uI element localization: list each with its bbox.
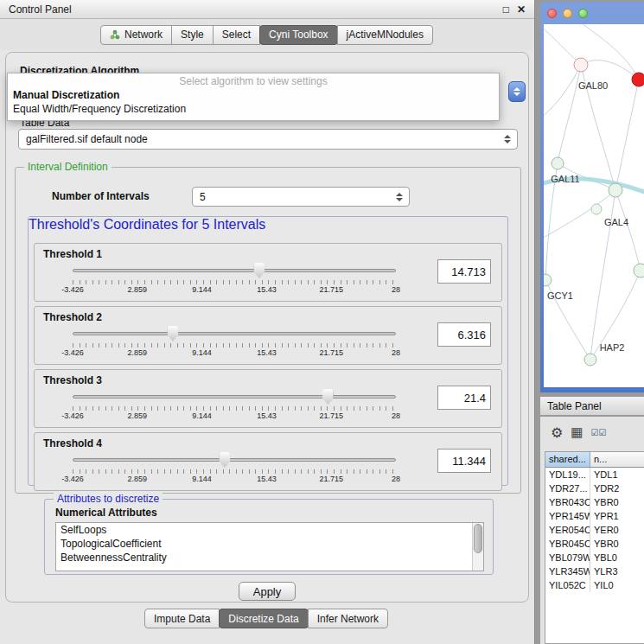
cell-shared-name[interactable]: YPR145W — [545, 509, 590, 523]
list-item[interactable]: SelfLoops — [56, 523, 483, 537]
slider-track[interactable] — [73, 332, 396, 335]
slider-thumb[interactable] — [322, 389, 334, 405]
cell-shared-name[interactable]: YLR345W — [545, 564, 590, 578]
cell-shared-name[interactable]: YDL19... — [545, 468, 590, 481]
zoom-traffic-icon[interactable] — [578, 9, 588, 18]
cell-name[interactable]: YIL0 — [590, 578, 644, 592]
attributes-group-title: Attributes to discretize — [54, 493, 163, 505]
slider-thumb[interactable] — [167, 326, 178, 341]
threshold-slider[interactable]: -3.426 2.859 9.144 15.43 21.715 28 — [73, 263, 396, 294]
window-traffic-lights — [547, 9, 588, 18]
tick-label: -3.426 — [61, 285, 84, 294]
slider-track[interactable] — [73, 269, 396, 272]
algorithm-combo-arrows-icon[interactable] — [508, 81, 526, 102]
select-all-checkbox-icon[interactable]: ☑ — [591, 428, 599, 437]
table-row[interactable]: YBR043CYBR0 — [545, 495, 644, 509]
table-row[interactable]: YLR345WYLR3 — [545, 564, 644, 578]
threshold-slider[interactable]: -3.426 2.859 9.144 15.43 21.715 28 — [73, 326, 396, 357]
dropdown-option-manual-discretization[interactable]: Manual Discretization — [8, 88, 499, 102]
network-node-hap2[interactable] — [584, 354, 596, 366]
network-node-red[interactable] — [632, 73, 644, 86]
float-window-icon[interactable]: □ — [503, 3, 509, 16]
threshold-value-field[interactable]: 14.713 — [437, 259, 491, 284]
table-row[interactable]: YPR145WYPR1 — [545, 509, 644, 523]
network-node[interactable] — [634, 264, 644, 277]
list-item[interactable]: BetweennessCentrality — [56, 551, 483, 564]
network-view-window[interactable]: GAL80 GAL11 GAL4 GCY1 HAP2 — [540, 2, 644, 392]
close-traffic-icon[interactable] — [547, 9, 557, 18]
table-row[interactable]: YBL079WYBL0 — [545, 551, 644, 564]
columns-icon[interactable]: ▦ — [571, 424, 583, 440]
select-none-checkbox-icon[interactable]: ☑ — [599, 428, 607, 437]
network-node-gcy1[interactable] — [544, 274, 552, 286]
cell-name[interactable]: YBL0 — [590, 551, 644, 564]
cell-name[interactable]: YPR1 — [590, 509, 644, 523]
table-data-combobox[interactable]: galFiltered.sif default node — [18, 129, 518, 150]
threshold-label: Threshold 4 — [43, 437, 102, 450]
slider-track[interactable] — [73, 395, 396, 399]
table-row[interactable]: YDR27...YDR2 — [545, 481, 644, 495]
threshold-value-field[interactable]: 21.4 — [437, 386, 491, 410]
threshold-value-field[interactable]: 11.344 — [437, 449, 491, 473]
cell-name[interactable]: YBR0 — [590, 537, 644, 551]
tick-label: 21.715 — [319, 475, 343, 483]
close-icon[interactable]: ✕ — [517, 3, 526, 16]
thresholds-group-title: Threshold's Coordinates for 5 Intervals — [29, 217, 265, 232]
list-item[interactable]: TopologicalCoefficient — [56, 537, 483, 551]
table-row[interactable]: YER054CYER0 — [545, 523, 644, 537]
cell-name[interactable]: YDR2 — [590, 481, 644, 495]
tab-select[interactable]: Select — [213, 25, 260, 45]
dropdown-option-equal-width[interactable]: Equal Width/Frequency Discretization — [8, 102, 499, 116]
tab-jactivemnodules[interactable]: jActiveMNodules — [337, 25, 433, 45]
tab-cyni-toolbox[interactable]: Cyni Toolbox — [259, 25, 337, 45]
network-node-gal11[interactable] — [552, 157, 564, 169]
tab-impute-data[interactable]: Impute Data — [144, 609, 220, 628]
network-canvas[interactable]: GAL80 GAL11 GAL4 GCY1 HAP2 — [544, 24, 644, 387]
slider-thumb[interactable] — [219, 452, 230, 468]
apply-button[interactable]: Apply — [239, 582, 296, 601]
column-header-name[interactable]: n... — [590, 452, 644, 467]
tab-discretize-data[interactable]: Discretize Data — [219, 609, 308, 628]
cell-name[interactable]: YLR3 — [590, 564, 644, 578]
cell-shared-name[interactable]: YIL052C — [545, 578, 590, 592]
tab-infer-network[interactable]: Infer Network — [308, 609, 388, 628]
slider-thumb[interactable] — [253, 263, 265, 278]
tick-label: 15.43 — [257, 475, 277, 483]
dropdown-placeholder: Select algorithm to view settings — [8, 75, 499, 88]
attributes-group: Attributes to discretize Numerical Attri… — [44, 499, 494, 575]
threshold-panel: Threshold 2 -3.426 2.859 9.144 15.43 21.… — [34, 306, 502, 365]
network-node[interactable] — [609, 183, 622, 197]
cell-shared-name[interactable]: YDR27... — [545, 481, 590, 495]
threshold-slider[interactable]: -3.426 2.859 9.144 15.43 21.715 28 — [73, 389, 396, 420]
scrollbar-thumb[interactable] — [474, 524, 482, 553]
cell-shared-name[interactable]: YBR045C — [545, 537, 590, 551]
minimize-traffic-icon[interactable] — [563, 9, 572, 18]
tick-label: 2.859 — [128, 348, 148, 357]
tab-label: Cyni Toolbox — [269, 29, 328, 41]
table-row[interactable]: YDL19...YDL1 — [545, 468, 644, 481]
num-intervals-combobox[interactable]: 5 — [192, 187, 410, 207]
cell-name[interactable]: YBR0 — [590, 495, 644, 509]
slider-ticks — [73, 343, 396, 348]
attributes-listbox[interactable]: SelfLoops TopologicalCoefficient Between… — [55, 522, 484, 571]
threshold-value-field[interactable]: 6.316 — [437, 322, 491, 347]
table-row[interactable]: YIL052CYIL0 — [545, 578, 644, 592]
cell-shared-name[interactable]: YBR043C — [545, 495, 590, 509]
column-header-shared-name[interactable]: shared... — [545, 452, 590, 467]
discretize-panel: Discretization Algorithm Table Data galF… — [5, 52, 529, 603]
cell-name[interactable]: YDL1 — [590, 468, 644, 481]
listbox-scrollbar[interactable] — [472, 523, 483, 571]
network-nodes — [544, 58, 644, 366]
gear-icon[interactable]: ⚙ — [551, 424, 563, 441]
tab-label: Discretize Data — [228, 613, 298, 625]
tab-network[interactable]: Network — [100, 25, 172, 45]
network-node-gal4[interactable] — [591, 204, 602, 214]
tab-style[interactable]: Style — [171, 25, 214, 45]
slider-track[interactable] — [73, 458, 396, 462]
cell-shared-name[interactable]: YER054C — [545, 523, 590, 537]
threshold-slider[interactable]: -3.426 2.859 9.144 15.43 21.715 28 — [73, 452, 396, 483]
cell-name[interactable]: YER0 — [590, 523, 644, 537]
cell-shared-name[interactable]: YBL079W — [545, 551, 590, 564]
table-row[interactable]: YBR045CYBR0 — [545, 537, 644, 551]
network-node-gal80[interactable] — [574, 58, 588, 72]
